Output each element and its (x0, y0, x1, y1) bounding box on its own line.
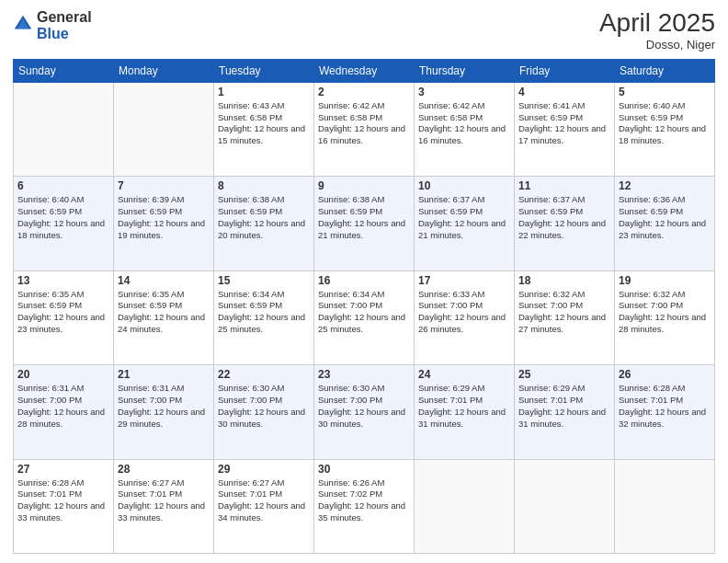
day-number: 22 (218, 368, 310, 381)
table-cell: 3Sunrise: 6:42 AMSunset: 6:58 PMDaylight… (415, 82, 515, 176)
table-cell: 11Sunrise: 6:37 AMSunset: 6:59 PMDayligh… (515, 177, 615, 270)
day-info: Sunrise: 6:29 AMSunset: 7:01 PMDaylight:… (518, 383, 610, 430)
day-number: 10 (418, 179, 510, 192)
day-number: 1 (218, 86, 310, 98)
day-info: Sunrise: 6:37 AMSunset: 6:59 PMDaylight:… (518, 194, 610, 241)
day-info: Sunrise: 6:41 AMSunset: 6:59 PMDaylight:… (518, 100, 610, 147)
day-number: 30 (318, 463, 410, 476)
day-number: 14 (118, 274, 210, 287)
table-cell: 19Sunrise: 6:32 AMSunset: 7:00 PMDayligh… (615, 270, 715, 364)
day-number: 8 (218, 179, 310, 192)
table-cell (14, 82, 114, 176)
day-info: Sunrise: 6:38 AMSunset: 6:59 PMDaylight:… (218, 194, 310, 241)
day-info: Sunrise: 6:43 AMSunset: 6:58 PMDaylight:… (218, 100, 310, 147)
day-number: 9 (318, 179, 410, 192)
table-cell (114, 82, 214, 176)
table-cell: 7Sunrise: 6:39 AMSunset: 6:59 PMDaylight… (114, 177, 214, 270)
calendar-week-row: 20Sunrise: 6:31 AMSunset: 7:00 PMDayligh… (14, 365, 715, 459)
day-info: Sunrise: 6:28 AMSunset: 7:01 PMDaylight:… (17, 477, 109, 524)
day-number: 18 (518, 274, 610, 287)
day-number: 2 (318, 86, 410, 98)
calendar-week-row: 1Sunrise: 6:43 AMSunset: 6:58 PMDaylight… (14, 82, 715, 176)
table-cell: 9Sunrise: 6:38 AMSunset: 6:59 PMDaylight… (314, 177, 415, 270)
header-saturday: Saturday (615, 59, 715, 82)
table-cell: 25Sunrise: 6:29 AMSunset: 7:01 PMDayligh… (515, 365, 615, 459)
table-cell: 14Sunrise: 6:35 AMSunset: 6:59 PMDayligh… (114, 270, 214, 364)
table-cell: 24Sunrise: 6:29 AMSunset: 7:01 PMDayligh… (415, 365, 515, 459)
day-info: Sunrise: 6:39 AMSunset: 6:59 PMDaylight:… (118, 194, 210, 241)
day-number: 26 (619, 368, 711, 381)
table-cell: 17Sunrise: 6:33 AMSunset: 7:00 PMDayligh… (415, 270, 515, 364)
day-number: 25 (518, 368, 610, 381)
day-info: Sunrise: 6:27 AMSunset: 7:01 PMDaylight:… (118, 477, 210, 524)
day-info: Sunrise: 6:27 AMSunset: 7:01 PMDaylight:… (218, 477, 310, 524)
day-info: Sunrise: 6:32 AMSunset: 7:00 PMDaylight:… (619, 289, 711, 336)
table-cell: 5Sunrise: 6:40 AMSunset: 6:59 PMDaylight… (615, 82, 715, 176)
logo-general: General (37, 9, 92, 26)
header-thursday: Thursday (415, 59, 515, 82)
day-number: 21 (118, 368, 210, 381)
day-info: Sunrise: 6:40 AMSunset: 6:59 PMDaylight:… (17, 194, 109, 241)
table-cell: 20Sunrise: 6:31 AMSunset: 7:00 PMDayligh… (14, 365, 114, 459)
day-number: 23 (318, 368, 410, 381)
day-info: Sunrise: 6:31 AMSunset: 7:00 PMDaylight:… (118, 383, 210, 430)
table-cell: 26Sunrise: 6:28 AMSunset: 7:01 PMDayligh… (615, 365, 715, 459)
day-number: 16 (318, 274, 410, 287)
table-cell (515, 459, 615, 553)
day-info: Sunrise: 6:31 AMSunset: 7:00 PMDaylight:… (17, 383, 109, 430)
day-number: 17 (418, 274, 510, 287)
table-cell: 29Sunrise: 6:27 AMSunset: 7:01 PMDayligh… (214, 459, 314, 553)
day-info: Sunrise: 6:37 AMSunset: 6:59 PMDaylight:… (418, 194, 510, 241)
day-number: 19 (619, 274, 711, 287)
day-info: Sunrise: 6:34 AMSunset: 6:59 PMDaylight:… (218, 289, 310, 336)
day-info: Sunrise: 6:28 AMSunset: 7:01 PMDaylight:… (619, 383, 711, 430)
day-number: 24 (418, 368, 510, 381)
calendar-header-row: Sunday Monday Tuesday Wednesday Thursday… (14, 59, 715, 82)
table-cell (415, 459, 515, 553)
table-cell: 4Sunrise: 6:41 AMSunset: 6:59 PMDaylight… (515, 82, 615, 176)
table-cell: 28Sunrise: 6:27 AMSunset: 7:01 PMDayligh… (114, 459, 214, 553)
title-block: April 2025 Dosso, Niger (599, 9, 715, 52)
calendar-week-row: 13Sunrise: 6:35 AMSunset: 6:59 PMDayligh… (14, 270, 715, 364)
table-cell: 23Sunrise: 6:30 AMSunset: 7:00 PMDayligh… (314, 365, 415, 459)
day-info: Sunrise: 6:40 AMSunset: 6:59 PMDaylight:… (619, 100, 711, 147)
table-cell: 2Sunrise: 6:42 AMSunset: 6:58 PMDaylight… (314, 82, 415, 176)
table-cell: 10Sunrise: 6:37 AMSunset: 6:59 PMDayligh… (415, 177, 515, 270)
header: General Blue April 2025 Dosso, Niger (13, 9, 715, 52)
header-wednesday: Wednesday (314, 59, 415, 82)
day-info: Sunrise: 6:35 AMSunset: 6:59 PMDaylight:… (17, 289, 109, 336)
table-cell: 18Sunrise: 6:32 AMSunset: 7:00 PMDayligh… (515, 270, 615, 364)
logo: General Blue (13, 9, 92, 41)
day-info: Sunrise: 6:32 AMSunset: 7:00 PMDaylight:… (518, 289, 610, 336)
day-info: Sunrise: 6:29 AMSunset: 7:01 PMDaylight:… (418, 383, 510, 430)
calendar: Sunday Monday Tuesday Wednesday Thursday… (13, 59, 715, 554)
day-number: 27 (17, 463, 109, 476)
day-info: Sunrise: 6:30 AMSunset: 7:00 PMDaylight:… (318, 383, 410, 430)
header-friday: Friday (515, 59, 615, 82)
day-number: 28 (118, 463, 210, 476)
day-info: Sunrise: 6:42 AMSunset: 6:58 PMDaylight:… (318, 100, 410, 147)
day-info: Sunrise: 6:34 AMSunset: 7:00 PMDaylight:… (318, 289, 410, 336)
page: General Blue April 2025 Dosso, Niger Sun… (0, 0, 728, 563)
table-cell: 12Sunrise: 6:36 AMSunset: 6:59 PMDayligh… (615, 177, 715, 270)
day-number: 5 (619, 86, 711, 98)
table-cell: 15Sunrise: 6:34 AMSunset: 6:59 PMDayligh… (214, 270, 314, 364)
table-cell: 6Sunrise: 6:40 AMSunset: 6:59 PMDaylight… (14, 177, 114, 270)
day-number: 3 (418, 86, 510, 98)
day-info: Sunrise: 6:30 AMSunset: 7:00 PMDaylight:… (218, 383, 310, 430)
location: Dosso, Niger (599, 38, 715, 52)
header-sunday: Sunday (14, 59, 114, 82)
table-cell: 13Sunrise: 6:35 AMSunset: 6:59 PMDayligh… (14, 270, 114, 364)
day-info: Sunrise: 6:33 AMSunset: 7:00 PMDaylight:… (418, 289, 510, 336)
calendar-week-row: 6Sunrise: 6:40 AMSunset: 6:59 PMDaylight… (14, 177, 715, 270)
table-cell: 22Sunrise: 6:30 AMSunset: 7:00 PMDayligh… (214, 365, 314, 459)
day-info: Sunrise: 6:38 AMSunset: 6:59 PMDaylight:… (318, 194, 410, 241)
day-number: 13 (17, 274, 109, 287)
month-title: April 2025 (599, 9, 715, 38)
header-tuesday: Tuesday (214, 59, 314, 82)
day-number: 29 (218, 463, 310, 476)
logo-blue: Blue (37, 26, 92, 42)
table-cell: 16Sunrise: 6:34 AMSunset: 7:00 PMDayligh… (314, 270, 415, 364)
table-cell: 30Sunrise: 6:26 AMSunset: 7:02 PMDayligh… (314, 459, 415, 553)
table-cell: 8Sunrise: 6:38 AMSunset: 6:59 PMDaylight… (214, 177, 314, 270)
